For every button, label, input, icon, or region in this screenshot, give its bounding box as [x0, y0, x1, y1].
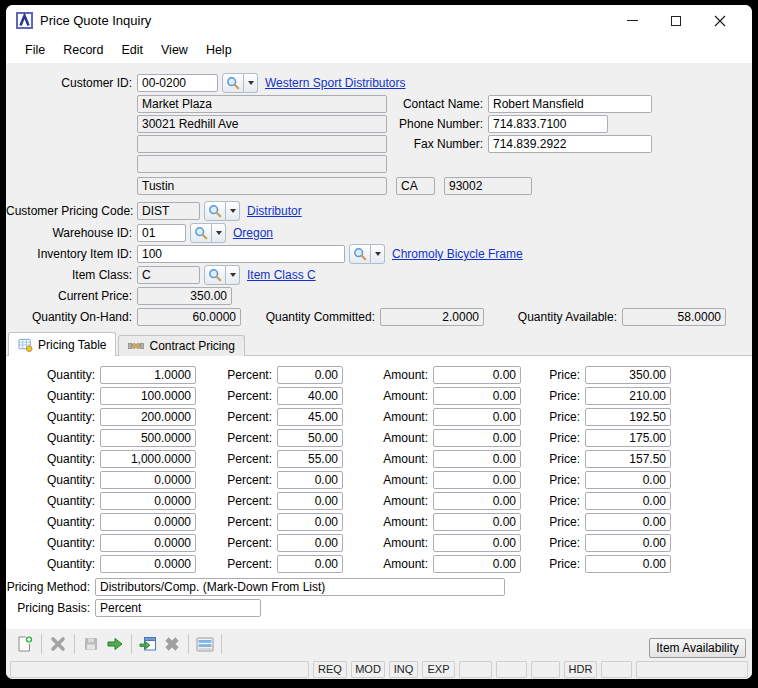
contact-name-input[interactable]: Robert Mansfield — [488, 95, 652, 113]
pricing-code-label: Customer Pricing Code: — [6, 204, 132, 218]
price-input[interactable]: 175.00 — [585, 429, 671, 447]
phone-number-label: Phone Number: — [387, 117, 483, 131]
warehouse-input[interactable]: 01 — [137, 224, 186, 242]
amount-input[interactable]: 0.00 — [433, 408, 521, 426]
tab-pricing-table[interactable]: Pricing Table — [8, 332, 116, 356]
quantity-label: Quantity: — [6, 452, 95, 466]
percent-input[interactable]: 0.00 — [277, 513, 343, 531]
customer-lookup-dropdown[interactable] — [244, 73, 258, 93]
quantity-input[interactable]: 0.0000 — [100, 513, 196, 531]
warehouse-lookup-button[interactable] — [190, 223, 212, 243]
item-lookup-button[interactable] — [349, 244, 371, 264]
new-record-button[interactable] — [13, 632, 37, 656]
amount-input[interactable]: 0.00 — [433, 429, 521, 447]
price-input[interactable]: 210.00 — [585, 387, 671, 405]
price-label: Price: — [521, 431, 580, 445]
amount-input[interactable]: 0.00 — [433, 366, 521, 384]
pricing-code-lookup-button[interactable] — [204, 201, 226, 221]
amount-input[interactable]: 0.00 — [433, 513, 521, 531]
menu-view[interactable]: View — [152, 39, 197, 61]
amount-input[interactable]: 0.00 — [433, 534, 521, 552]
quantity-input[interactable]: 0.0000 — [100, 492, 196, 510]
pricing-method-label: Pricing Method: — [6, 580, 90, 594]
percent-input[interactable]: 0.00 — [277, 555, 343, 573]
maximize-button[interactable] — [654, 5, 698, 36]
quantity-input[interactable]: 100.0000 — [100, 387, 196, 405]
item-class-lookup-dropdown[interactable] — [226, 265, 240, 285]
delete-record-button[interactable] — [46, 632, 70, 656]
item-lookup-dropdown[interactable] — [371, 244, 385, 264]
quantity-input[interactable]: 0.0000 — [100, 534, 196, 552]
warehouse-link[interactable]: Oregon — [233, 226, 273, 240]
item-id-label: Inventory Item ID: — [6, 247, 132, 261]
menu-file[interactable]: File — [16, 39, 54, 61]
amount-input[interactable]: 0.00 — [433, 555, 521, 573]
toolbar-separator — [41, 634, 42, 654]
item-class-lookup-button[interactable] — [204, 265, 226, 285]
price-input[interactable]: 157.50 — [585, 450, 671, 468]
phone-number-input[interactable]: 714.833.7100 — [488, 115, 608, 133]
percent-input[interactable]: 40.00 — [277, 387, 343, 405]
price-input[interactable]: 0.00 — [585, 492, 671, 510]
fax-number-input[interactable]: 714.839.2922 — [488, 135, 652, 153]
percent-input[interactable]: 50.00 — [277, 429, 343, 447]
price-label: Price: — [521, 557, 580, 571]
address3-field — [137, 135, 387, 153]
percent-input[interactable]: 0.00 — [277, 534, 343, 552]
price-input[interactable]: 350.00 — [585, 366, 671, 384]
detail-lines-button[interactable] — [193, 632, 217, 656]
price-input[interactable]: 0.00 — [585, 471, 671, 489]
price-input[interactable]: 192.50 — [585, 408, 671, 426]
item-description-link[interactable]: Chromoly Bicycle Frame — [392, 247, 523, 261]
proceed-button[interactable] — [103, 632, 127, 656]
pricing-code-lookup-dropdown[interactable] — [226, 201, 240, 221]
menu-edit[interactable]: Edit — [112, 39, 152, 61]
menu-record[interactable]: Record — [54, 39, 112, 61]
quantity-input[interactable]: 200.0000 — [100, 408, 196, 426]
quantity-input[interactable]: 1.0000 — [100, 366, 196, 384]
tab-contract-pricing[interactable]: Contract Pricing — [118, 335, 244, 356]
amount-input[interactable]: 0.00 — [433, 471, 521, 489]
quantity-input[interactable]: 500.0000 — [100, 429, 196, 447]
open-related-window-button[interactable] — [136, 632, 160, 656]
close-button[interactable] — [698, 5, 742, 36]
percent-input[interactable]: 0.00 — [277, 366, 343, 384]
amount-input[interactable]: 0.00 — [433, 492, 521, 510]
pricing-code-link[interactable]: Distributor — [247, 204, 302, 218]
quantity-input[interactable]: 0.0000 — [100, 555, 196, 573]
customer-name-link[interactable]: Western Sport Distributors — [265, 76, 406, 90]
percent-input[interactable]: 0.00 — [277, 492, 343, 510]
current-price-field: 350.00 — [137, 287, 232, 305]
amount-label: Amount: — [343, 515, 428, 529]
void-button[interactable] — [160, 632, 184, 656]
item-id-input[interactable]: 100 — [137, 245, 345, 263]
zip-field: 93002 — [444, 177, 532, 195]
warehouse-lookup-dropdown[interactable] — [212, 223, 226, 243]
toolbar-separator — [74, 634, 75, 654]
save-record-button[interactable] — [79, 632, 103, 656]
toolbar-separator — [221, 634, 222, 654]
percent-label: Percent: — [196, 410, 272, 424]
quantity-label: Quantity: — [6, 368, 95, 382]
item-class-link[interactable]: Item Class C — [247, 268, 316, 282]
amount-input[interactable]: 0.00 — [433, 450, 521, 468]
customer-lookup-button[interactable] — [222, 73, 244, 93]
customer-id-input[interactable]: 00-0200 — [137, 74, 218, 92]
percent-label: Percent: — [196, 368, 272, 382]
quantity-input[interactable]: 0.0000 — [100, 471, 196, 489]
quantity-input[interactable]: 1,000.0000 — [100, 450, 196, 468]
item-availability-button[interactable]: Item Availability — [649, 638, 746, 658]
percent-input[interactable]: 0.00 — [277, 471, 343, 489]
price-input[interactable]: 0.00 — [585, 555, 671, 573]
amount-label: Amount: — [343, 389, 428, 403]
price-input[interactable]: 0.00 — [585, 534, 671, 552]
pricing-basis-label: Pricing Basis: — [6, 601, 90, 615]
menu-help[interactable]: Help — [197, 39, 241, 61]
chevron-down-icon — [248, 81, 254, 85]
price-input[interactable]: 0.00 — [585, 513, 671, 531]
minimize-button[interactable] — [610, 5, 654, 36]
percent-input[interactable]: 45.00 — [277, 408, 343, 426]
percent-input[interactable]: 55.00 — [277, 450, 343, 468]
amount-input[interactable]: 0.00 — [433, 387, 521, 405]
window-jump-icon — [139, 636, 157, 652]
